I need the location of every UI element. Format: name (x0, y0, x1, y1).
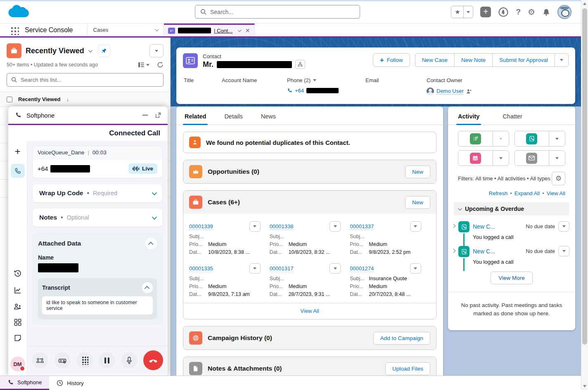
email-button[interactable] (514, 150, 566, 166)
select-all-checkbox[interactable] (7, 97, 12, 102)
more-actions-dropdown[interactable] (555, 53, 569, 67)
minimize-icon[interactable] (142, 115, 148, 116)
case-row-actions-icon[interactable] (249, 263, 261, 274)
activity-actions-icon[interactable] (558, 246, 569, 256)
tab-news[interactable]: News (261, 113, 276, 125)
nav-tab-cases[interactable]: Cases (87, 24, 149, 36)
collapse-attached-icon[interactable] (145, 238, 157, 249)
user-avatar[interactable] (557, 5, 571, 19)
case-number-link[interactable]: 00001335 (189, 265, 213, 272)
popout-icon[interactable] (155, 112, 161, 118)
utility-history[interactable]: History (49, 376, 91, 390)
log-call-dropdown-icon[interactable] (549, 131, 565, 146)
search-input[interactable] (210, 9, 355, 15)
new-opportunity-button[interactable]: New (405, 165, 430, 178)
end-call-button[interactable] (143, 350, 163, 370)
refresh-link[interactable]: Refresh (489, 190, 508, 196)
new-call-plus-icon[interactable] (14, 147, 20, 156)
global-search[interactable] (195, 5, 360, 19)
case-row-actions-icon[interactable] (410, 263, 421, 274)
list-view-title[interactable]: Recently Viewed (26, 47, 84, 55)
tab-activity[interactable]: Activity (458, 113, 479, 125)
scrollbar-thumb[interactable] (582, 8, 587, 345)
dialpad-icon[interactable] (76, 352, 93, 369)
view-all-link[interactable]: View All (547, 190, 565, 196)
change-owner-icon[interactable] (466, 89, 472, 94)
guidance-center-icon[interactable] (498, 7, 509, 17)
tab-chatter[interactable]: Chatter (503, 113, 522, 125)
wrap-up-code-section[interactable]: Wrap Up Code • Required (32, 184, 163, 203)
upload-files-button[interactable]: Upload Files (385, 362, 430, 375)
app-name[interactable]: Service Console (25, 24, 73, 36)
utility-softphone[interactable]: Softphone (0, 376, 49, 390)
record-call-icon[interactable] (54, 352, 71, 369)
list-view-controls-icon[interactable] (149, 44, 164, 57)
case-subject-link[interactable]: Insurance Quote (369, 276, 407, 281)
column-header[interactable]: Recently Viewed (18, 96, 60, 102)
new-note-button[interactable]: New Note (454, 53, 492, 67)
call-history-icon[interactable] (14, 269, 22, 278)
page-scrollbar[interactable] (581, 0, 588, 390)
sort-descending-icon[interactable]: ↓ (66, 96, 69, 102)
tab-related[interactable]: Related (185, 113, 206, 125)
follow-button[interactable]: Follow (373, 53, 410, 67)
setup-gear-icon[interactable]: ⚙ (528, 8, 535, 16)
case-row-actions-icon[interactable] (330, 263, 341, 274)
list-view-selector-icon[interactable] (88, 48, 92, 52)
notes-section[interactable]: Notes • Optional (32, 208, 163, 227)
owner-link[interactable]: Demo User (436, 88, 464, 95)
expand-all-link[interactable]: Expand All (514, 190, 540, 196)
nav-tab-cases-dropdown[interactable] (149, 24, 164, 36)
apps-grid-icon[interactable] (14, 319, 21, 326)
softphone-header[interactable]: Softphone (8, 106, 168, 124)
notifications-bell-icon[interactable] (542, 8, 550, 17)
opportunities-title[interactable]: Opportunities (0) (208, 168, 259, 175)
upcoming-overdue-section[interactable]: Upcoming & Overdue (454, 202, 569, 215)
expand-item-icon[interactable] (452, 249, 456, 253)
refresh-icon[interactable] (157, 61, 164, 68)
help-icon[interactable]: ? (516, 7, 521, 17)
active-call-tab-icon[interactable] (11, 164, 25, 178)
new-task-button[interactable] (458, 131, 509, 147)
hold-call-icon[interactable] (99, 352, 115, 369)
display-as-icon[interactable] (138, 62, 149, 68)
favorites-control[interactable]: ★ (451, 6, 473, 18)
case-row-actions-icon[interactable] (330, 221, 341, 232)
pin-list-icon[interactable] (98, 45, 110, 57)
tab-details[interactable]: Details (224, 113, 242, 125)
agent-avatar[interactable]: DM (10, 357, 25, 371)
view-more-button[interactable]: View More (491, 272, 533, 284)
collapse-transcript-icon[interactable] (142, 282, 153, 293)
favorites-star-icon[interactable]: ★ (451, 6, 464, 18)
scroll-down-icon[interactable] (583, 385, 586, 388)
analytics-icon[interactable] (14, 286, 22, 294)
agents-icon[interactable] (13, 303, 22, 310)
case-number-link[interactable]: 00001338 (270, 223, 294, 230)
activity-filters-text[interactable]: Filters: All time • All activities • All… (458, 175, 550, 182)
log-a-call-button[interactable] (514, 131, 566, 147)
activity-title-link[interactable]: New C... (473, 248, 526, 255)
phone-value[interactable]: +64 (295, 87, 304, 94)
mute-mic-icon[interactable] (121, 352, 138, 369)
activity-settings-gear-icon[interactable]: ⚙ (552, 172, 565, 185)
campaign-history-title[interactable]: Campaign History (0) (208, 334, 272, 342)
transfer-call-icon[interactable] (32, 352, 48, 369)
activity-title-link[interactable]: New C... (473, 223, 526, 230)
list-search[interactable] (7, 73, 164, 87)
activity-actions-icon[interactable] (558, 221, 569, 232)
new-case-related-button[interactable]: New (405, 196, 430, 209)
task-dropdown-icon[interactable] (493, 131, 509, 146)
cases-view-all-link[interactable]: View All (300, 308, 319, 314)
app-launcher-icon[interactable] (10, 26, 19, 35)
contact-tab-dropdown-icon[interactable] (238, 28, 242, 32)
salesforce-logo[interactable] (7, 3, 31, 20)
case-number-link[interactable]: 00001339 (189, 223, 213, 230)
hierarchy-icon[interactable] (295, 60, 305, 69)
add-to-campaign-button[interactable]: Add to Campaign (373, 332, 430, 345)
cases-title[interactable]: Cases (6+) (208, 199, 240, 206)
list-search-input[interactable] (21, 77, 159, 83)
notes-pad-icon[interactable] (14, 334, 21, 342)
contact-tab-close-icon[interactable] (245, 27, 250, 34)
favorites-dropdown-icon[interactable] (464, 6, 473, 18)
scroll-up-icon[interactable] (583, 2, 586, 5)
